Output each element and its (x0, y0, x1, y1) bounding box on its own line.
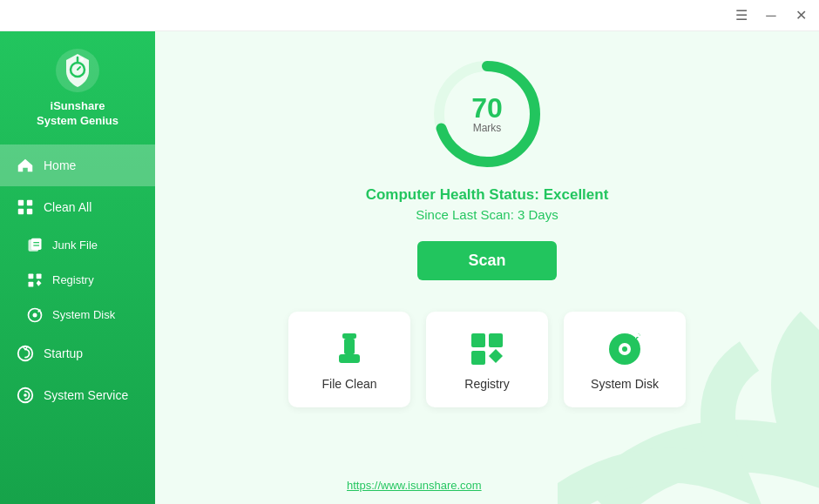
svg-point-18 (18, 346, 33, 361)
score-label: Marks (471, 122, 503, 134)
sidebar-logo: iSunshareSystem Genius (37, 31, 118, 141)
minimize-icon: ─ (766, 8, 775, 24)
sidebar-item-home[interactable]: Home (0, 144, 155, 186)
sidebar-item-startup-label: Startup (44, 346, 83, 360)
sidebar-item-clean-all-label: Clean All (44, 200, 91, 214)
clean-all-icon (16, 198, 35, 217)
svg-rect-6 (18, 209, 24, 214)
svg-rect-12 (29, 273, 34, 279)
minimize-button[interactable]: ─ (761, 6, 781, 25)
svg-rect-13 (37, 273, 42, 279)
close-icon: ✕ (795, 7, 807, 24)
sidebar-item-system-service-label: System Service (44, 388, 128, 402)
feature-card-registry[interactable]: Registry (426, 312, 548, 407)
sidebar-item-clean-all[interactable]: Clean All (0, 186, 155, 228)
svg-rect-14 (29, 281, 34, 286)
app-body: iSunshareSystem Genius Home Clean All (0, 31, 819, 504)
sidebar-item-system-disk-label: System Disk (52, 308, 115, 321)
svg-rect-4 (18, 200, 24, 205)
feature-card-file-clean-label: File Clean (322, 377, 376, 391)
scan-button[interactable]: Scan (417, 241, 557, 280)
file-clean-icon (328, 328, 370, 370)
svg-point-32 (622, 346, 627, 352)
registry-icon (26, 272, 44, 289)
svg-marker-15 (37, 280, 42, 286)
sidebar-item-home-label: Home (44, 158, 76, 172)
svg-rect-28 (471, 351, 485, 365)
sidebar: iSunshareSystem Genius Home Clean All (0, 31, 155, 504)
close-button[interactable]: ✕ (791, 6, 810, 25)
sidebar-item-junk-file-label: Junk File (52, 239, 98, 252)
system-service-icon (16, 386, 35, 405)
sidebar-item-system-disk[interactable]: System Disk (0, 298, 155, 333)
svg-rect-5 (27, 200, 32, 205)
sidebar-item-system-service[interactable]: System Service (0, 374, 155, 416)
sidebar-nav: Home Clean All Jun (0, 144, 155, 416)
feature-card-file-clean[interactable]: File Clean (288, 312, 410, 407)
feature-cards: File Clean Registry (288, 312, 686, 407)
score-text: 70 Marks (471, 94, 503, 134)
home-icon (16, 156, 35, 175)
menu-button[interactable]: ☰ (732, 6, 751, 25)
sidebar-item-registry-label: Registry (52, 273, 94, 286)
app-name: iSunshareSystem Genius (37, 99, 118, 129)
main-content: 70 Marks Computer Health Status: Excelle… (155, 31, 819, 504)
health-status: Computer Health Status: Excellent (366, 186, 609, 204)
system-disk-card-icon (604, 328, 646, 370)
menu-icon: ☰ (735, 7, 748, 24)
system-disk-icon (26, 306, 44, 324)
junk-file-icon (26, 237, 44, 254)
svg-point-3 (80, 57, 84, 61)
score-number: 70 (471, 94, 503, 122)
app-logo (54, 47, 101, 94)
svg-rect-24 (344, 339, 355, 354)
svg-rect-23 (342, 333, 356, 339)
svg-rect-25 (339, 354, 360, 363)
footer-url[interactable]: https://www.isunshare.com (347, 479, 482, 492)
startup-icon (16, 344, 35, 363)
svg-rect-26 (471, 333, 485, 347)
svg-rect-27 (489, 333, 503, 347)
feature-card-system-disk[interactable]: System Disk (564, 312, 686, 407)
feature-card-registry-label: Registry (464, 377, 509, 391)
last-scan: Since Last Scan: 3 Days (416, 207, 558, 222)
sidebar-item-registry[interactable]: Registry (0, 263, 155, 298)
score-ring: 70 Marks (430, 57, 544, 171)
sidebar-item-startup[interactable]: Startup (0, 333, 155, 374)
svg-point-20 (24, 393, 27, 397)
svg-rect-7 (27, 209, 32, 214)
feature-card-system-disk-label: System Disk (591, 377, 659, 391)
svg-marker-29 (489, 349, 503, 363)
registry-card-icon (466, 328, 508, 370)
title-bar: ☰ ─ ✕ (0, 0, 819, 31)
sidebar-item-junk-file[interactable]: Junk File (0, 228, 155, 263)
svg-point-17 (33, 312, 37, 317)
svg-rect-9 (31, 238, 42, 249)
